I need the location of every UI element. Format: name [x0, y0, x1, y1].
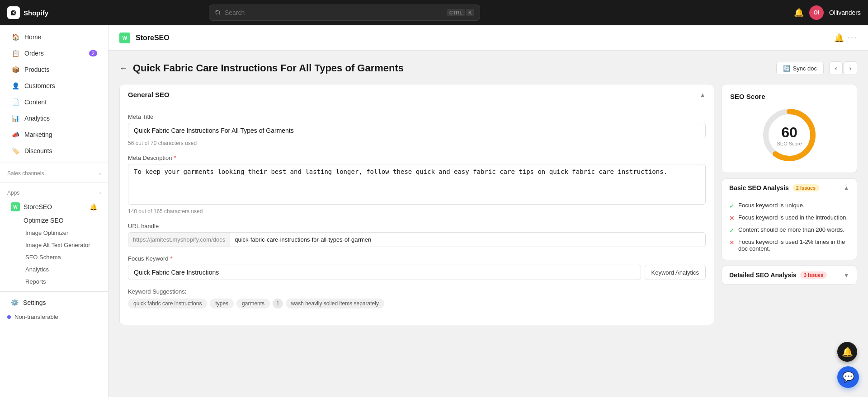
sidebar-item-discounts[interactable]: 🏷️ Discounts	[4, 143, 104, 159]
sidebar-item-analytics[interactable]: 📊 Analytics	[4, 110, 104, 126]
focus-keyword-input[interactable]	[128, 265, 641, 280]
check-item-2: ✓ Content should be more than 200 words.	[729, 224, 849, 236]
apps-section[interactable]: Apps ›	[0, 186, 108, 198]
donut-center: 60 SEO Score	[777, 124, 802, 146]
prev-arrow-button[interactable]: ‹	[829, 61, 843, 75]
sidebar: 🏠 Home 📋 Orders 2 📦 Products 👤 Customers…	[0, 25, 108, 397]
header-bell-icon[interactable]: 🔔	[834, 33, 844, 43]
sidebar-item-orders[interactable]: 📋 Orders 2	[4, 45, 104, 61]
basic-seo-header: Basic SEO Analysis 2 Issues ▲	[722, 179, 857, 197]
sidebar-item-content[interactable]: 📄 Content	[4, 94, 104, 110]
keyword-suggestions-group: Keyword Suggestions: quick fabric care i…	[128, 288, 706, 308]
general-seo-collapse-icon[interactable]: ▲	[699, 91, 706, 98]
url-prefix: https://jamitest.myshopify.com/docs	[128, 233, 230, 247]
fab-notification-button[interactable]: 🔔	[837, 342, 857, 362]
next-arrow-button[interactable]: ›	[844, 61, 857, 75]
basic-seo-card: Basic SEO Analysis 2 Issues ▲ ✓ Focus ke…	[722, 178, 857, 260]
sidebar-image-optimizer[interactable]: Image Optimizer	[7, 227, 101, 239]
sidebar-label-home: Home	[24, 33, 41, 41]
orders-badge: 2	[89, 50, 97, 56]
check-fail-icon-1: ✕	[729, 215, 735, 222]
tag-4[interactable]: wash heavily soiled items separately	[286, 299, 384, 308]
sidebar-settings[interactable]: ⚙️ Settings	[4, 295, 104, 310]
sidebar-item-customers[interactable]: 👤 Customers	[4, 78, 104, 94]
fab-chat-button[interactable]: 💬	[837, 366, 859, 388]
avatar[interactable]: OI	[809, 5, 824, 20]
page-title: Quick Fabric Care Instructions For All T…	[133, 62, 404, 74]
sidebar-optimize-seo[interactable]: Optimize SEO	[7, 214, 101, 227]
analytics-icon: 📊	[11, 114, 20, 123]
meta-desc-textarea[interactable]: To keep your garments looking their best…	[128, 164, 706, 205]
non-transferable: Non-transferable	[0, 310, 108, 324]
basic-seo-collapse-icon[interactable]: ▲	[843, 184, 849, 191]
content-icon: 📄	[11, 98, 20, 107]
general-seo-body: Meta Title 56 out of 70 characters used …	[120, 105, 714, 325]
meta-title-input[interactable]	[128, 123, 706, 138]
sidebar-storeseo[interactable]: W StoreSEO 🔔	[4, 200, 104, 214]
check-text-1: Focus keyword is used in the introductio…	[738, 214, 848, 221]
sales-channels-section[interactable]: Sales channels ›	[0, 167, 108, 178]
focus-keyword-label: Focus Keyword *	[128, 255, 706, 262]
back-arrow-icon[interactable]: ←	[119, 64, 127, 73]
check-pass-icon-2: ✓	[729, 227, 735, 234]
search-bar[interactable]: CTRL K	[209, 5, 480, 21]
detailed-seo-badge: 3 Issues	[800, 271, 827, 279]
sync-doc-button[interactable]: 🔄 Sync doc	[776, 62, 824, 75]
tag-0[interactable]: quick fabric care instructions	[128, 299, 207, 308]
settings-label: Settings	[23, 299, 46, 306]
sidebar-reports[interactable]: Reports	[7, 276, 101, 288]
sidebar-seo-schema[interactable]: SEO Schema	[7, 251, 101, 263]
reports-label: Reports	[25, 278, 46, 285]
sidebar-divider-1	[0, 163, 108, 163]
detailed-seo-collapse-icon[interactable]: ▼	[843, 271, 849, 279]
page-content: ← Quick Fabric Care Instructions For All…	[108, 51, 868, 336]
sidebar-item-marketing[interactable]: 📣 Marketing	[4, 126, 104, 143]
meta-title-group: Meta Title 56 out of 70 characters used	[128, 113, 706, 146]
home-icon: 🏠	[11, 33, 20, 42]
sidebar-divider-2	[0, 182, 108, 182]
check-text-2: Content should be more than 200 words.	[738, 226, 844, 233]
shopify-text: Shopify	[24, 9, 48, 17]
focus-keyword-group: Focus Keyword * Keyword Analytics	[128, 255, 706, 280]
notification-bell-icon[interactable]: 🔔	[794, 8, 804, 18]
url-field-wrapper: https://jamitest.myshopify.com/docs	[128, 232, 706, 247]
tag-3[interactable]: 1	[273, 299, 283, 308]
detailed-seo-title: Detailed SEO Analysis	[729, 271, 797, 279]
meta-desc-required: *	[174, 154, 176, 161]
sidebar-analytics[interactable]: Analytics	[7, 263, 101, 276]
storeseo-label: StoreSEO	[24, 203, 52, 210]
sidebar-image-alt[interactable]: Image Alt Text Generator	[7, 239, 101, 251]
nt-dot-icon	[7, 315, 11, 319]
optimize-seo-label: Optimize SEO	[24, 217, 64, 224]
basic-seo-title-row: Basic SEO Analysis 2 Issues	[729, 184, 819, 191]
sidebar-item-products[interactable]: 📦 Products	[4, 61, 104, 78]
content-area: W StoreSEO 🔔 ··· ← Quick Fabric Care Ins…	[108, 25, 868, 397]
general-seo-card: General SEO ▲ Meta Title 56 out of 70 ch…	[119, 84, 714, 325]
app-header-title: StoreSEO	[136, 34, 170, 42]
check-pass-icon-0: ✓	[729, 202, 735, 210]
keyword-analytics-button[interactable]: Keyword Analytics	[645, 265, 706, 280]
tags-row: quick fabric care instructions types gar…	[128, 299, 706, 308]
marketing-icon: 📣	[11, 130, 20, 139]
storeseo-bell-icon[interactable]: 🔔	[90, 203, 97, 210]
tag-1[interactable]: types	[210, 299, 234, 308]
sidebar-label-content: Content	[24, 98, 47, 106]
sidebar-label-marketing: Marketing	[24, 131, 52, 138]
app-header: W StoreSEO 🔔 ···	[108, 25, 868, 51]
header-dots-icon[interactable]: ···	[848, 33, 857, 42]
detailed-seo-title-row: Detailed SEO Analysis 3 Issues	[729, 271, 827, 279]
url-handle-label: URL handle	[128, 223, 706, 229]
sidebar-label-products: Products	[24, 66, 49, 73]
meta-title-label: Meta Title	[128, 113, 706, 120]
store-name: Ollivanders	[829, 9, 861, 16]
sidebar-item-home[interactable]: 🏠 Home	[4, 29, 104, 45]
seo-score-card: SEO Score 60 SEO Score	[722, 84, 857, 173]
search-input[interactable]	[225, 9, 443, 16]
url-handle-group: URL handle https://jamitest.myshopify.co…	[128, 223, 706, 247]
tag-2[interactable]: garments	[236, 299, 270, 308]
keyword-suggestions-label: Keyword Suggestions:	[128, 288, 706, 295]
two-col-layout: General SEO ▲ Meta Title 56 out of 70 ch…	[119, 84, 857, 325]
url-handle-input[interactable]	[230, 233, 705, 247]
orders-icon: 📋	[11, 49, 20, 58]
image-alt-label: Image Alt Text Generator	[25, 242, 90, 248]
